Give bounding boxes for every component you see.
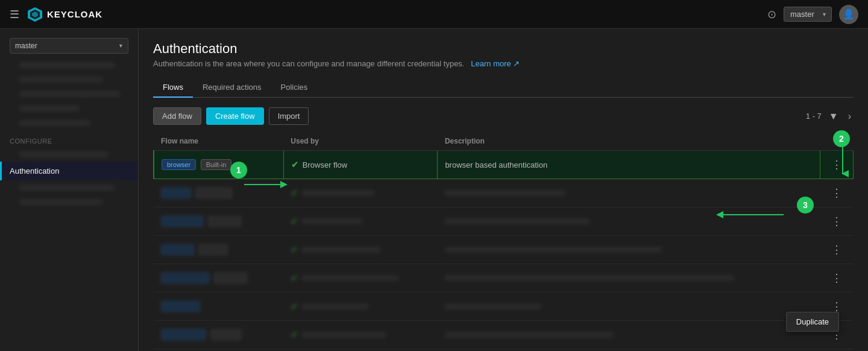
sidebar-item-realmroles [19,91,120,97]
row5-action-button[interactable]: ⋮ [828,270,846,286]
cell-row4-name [154,236,283,264]
used-by-cell-2: ✔ [291,188,430,198]
desc-5 [445,275,734,281]
table-container: Flow name Used by Description browser Bu… [153,132,854,349]
annotation-2-arrow [837,147,849,177]
learn-more-link[interactable]: Learn more ↗ [471,59,520,68]
create-flow-button[interactable]: Create flow [206,107,264,125]
used-by-3-text [302,218,362,224]
cell-browser-name: browser Built-in [154,151,283,179]
cell-row5-usedby: ✔ [283,264,438,292]
check-icon-7: ✔ [291,329,298,340]
tag-browser: browser [162,159,196,170]
cell-row4-action: ⋮ [820,236,854,264]
col-description: Description [438,132,820,151]
tag-row6-a [161,301,200,312]
used-by-cell-5: ✔ [291,273,430,283]
tag-row2-a [161,188,191,198]
desc-6 [445,303,541,309]
used-by-5-text [302,275,398,281]
sidebar-row-8 [0,195,138,209]
annotation-1: 1 [230,162,247,179]
sidebar-item-userfed [19,199,102,205]
used-by-cell-browser: ✔ Browser flow [291,159,430,170]
used-by-7-text [302,332,386,338]
navbar-right: ⊙ master 👤 [767,5,858,24]
cell-row4-desc [438,236,820,264]
help-icon[interactable]: ⊙ [767,8,776,21]
pagination-down-icon[interactable]: ▼ [826,111,841,122]
navbar: ☰ KEYCLOAK ⊙ master 👤 [0,0,868,29]
cell-row7-name [154,321,283,349]
used-by-6-text [302,303,368,309]
import-button[interactable]: Import [269,107,309,125]
duplicate-popup[interactable]: Duplicate [786,312,839,332]
configure-label: Configure [0,130,138,147]
annotation-1-arrow [244,179,292,191]
sidebar-row-6 [0,147,138,162]
tab-policies[interactable]: Policies [271,78,318,98]
check-icon-4: ✔ [291,244,298,255]
sidebar-realm-row: master [0,34,138,58]
sidebar-item-authentication[interactable]: Authentication [0,162,138,180]
tag-row3-a [161,216,203,227]
add-flow-button[interactable]: Add flow [153,107,201,125]
check-icon-5: ✔ [291,273,298,283]
used-by-4-text [302,247,380,253]
cell-row6-desc [438,292,820,321]
cell-row2-action: ⋮ [820,179,854,207]
sidebar-row-5 [0,116,138,130]
sidebar-row-3 [0,87,138,101]
table-header: Flow name Used by Description [154,132,854,151]
toolbar: Add flow Create flow Import 1 - 7 ▼ › [153,107,854,125]
annotation-3-arrow [711,209,784,221]
sidebar-item-groups [19,120,90,126]
used-by-cell-7: ✔ [291,329,430,340]
sidebar-realm-select[interactable]: master [10,38,128,54]
sidebar-realm-wrapper: master [10,38,128,54]
row4-action-button[interactable]: ⋮ [828,242,846,258]
sidebar-item-authentication-label: Authentication [10,166,59,176]
table-row-5: ✔ ⋮ [154,264,854,292]
navbar-left: ☰ KEYCLOAK [10,6,102,23]
avatar[interactable]: 👤 [839,5,858,24]
table-row-browser: browser Built-in ✔ Browser flow browser … [154,151,854,179]
cell-row3-name [154,207,283,236]
browser-flow-label: Browser flow [303,160,347,169]
realm-selector[interactable]: master [784,7,832,22]
sidebar: master Configure Authentication [0,29,139,351]
desc-2 [445,190,565,196]
app-title: KEYCLOAK [47,9,102,19]
check-icon-6: ✔ [291,301,298,312]
layout: master Configure Authentication [0,29,868,351]
table-row-7: ✔ ⋮ [154,321,854,349]
realm-selector-wrapper: master [784,7,832,22]
tab-flows[interactable]: Flows [153,78,193,98]
tag-row7-b [211,329,241,340]
used-by-cell-3: ✔ [291,216,430,227]
cell-row4-usedby: ✔ [283,236,438,264]
cell-browser-usedby: ✔ Browser flow [283,151,438,179]
cell-row7-usedby: ✔ [283,321,438,349]
used-by-cell-4: ✔ [291,244,430,255]
toolbar-right: 1 - 7 ▼ › [806,111,854,122]
tag-row2-b [196,188,232,198]
table-row-4: ✔ ⋮ [154,236,854,264]
tab-required-actions[interactable]: Required actions [193,78,271,98]
sidebar-item-users [19,106,79,112]
desc-4 [445,247,662,253]
sidebar-item-clients [19,62,115,68]
col-used-by: Used by [283,132,438,151]
cell-row2-usedby: ✔ [283,179,438,207]
used-by-2-text [302,190,374,196]
tag-row5-a [161,273,209,283]
pagination-next-icon[interactable]: › [846,111,854,122]
annotation-3: 3 [797,197,814,213]
desc-3 [445,218,590,224]
hamburger-icon[interactable]: ☰ [10,8,19,21]
page-title: Authentication [153,41,854,57]
tag-row5-b [214,273,247,283]
row2-action-button[interactable]: ⋮ [828,185,846,201]
row3-action-button[interactable]: ⋮ [828,213,846,229]
cell-row6-name [154,292,283,321]
